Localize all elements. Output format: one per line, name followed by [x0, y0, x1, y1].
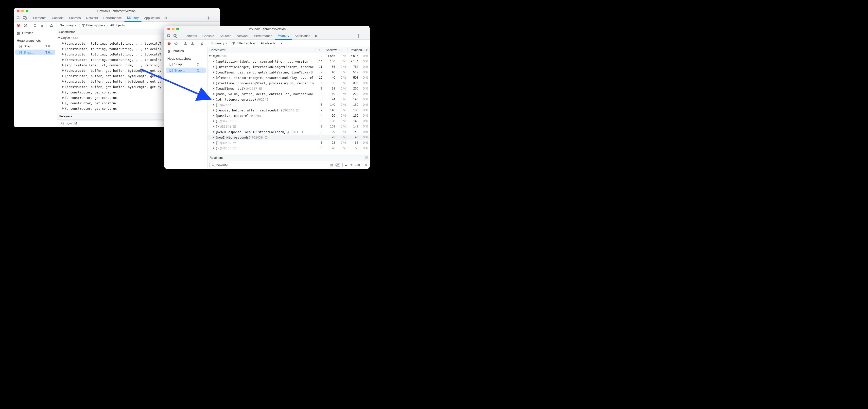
tab-console[interactable]: Console — [49, 14, 66, 22]
kebab-icon[interactable] — [212, 15, 218, 21]
profiles-sidebar: Profiles Heap snapshots Snap…(1.…Snap…(1… — [164, 47, 208, 169]
view-select[interactable]: Summary — [209, 40, 229, 46]
kebab-icon[interactable] — [362, 33, 368, 39]
record-icon[interactable] — [166, 40, 172, 47]
snapshot-item[interactable]: Snap…(1.… — [166, 61, 206, 67]
col-shallow[interactable]: Shallow Si… — [324, 47, 347, 53]
tab-elements[interactable]: Elements — [30, 14, 49, 22]
close-search-icon[interactable] — [364, 163, 368, 167]
snapshot-item[interactable]: Snap…(1.… — [166, 67, 206, 73]
tab-memory[interactable]: Memory — [124, 14, 142, 22]
search-bar: Aa 2 of 2 — [208, 161, 370, 169]
svg-point-20 — [365, 34, 365, 35]
heap-row[interactable]: {passive, capture} @622934200 %1600 % — [208, 113, 370, 118]
tab-network[interactable]: Network — [234, 32, 251, 40]
collect-garbage-icon[interactable] — [199, 40, 205, 47]
heap-row[interactable]: {element, timeToFirstByte, resourceLoadD… — [208, 75, 370, 80]
settings-icon[interactable] — [206, 15, 212, 21]
tab-sources[interactable]: Sources — [66, 14, 84, 22]
inspect-icon[interactable] — [15, 15, 22, 21]
svg-rect-18 — [176, 35, 177, 37]
devtools-tabbar: ElementsConsoleSourcesNetworkPerformance… — [164, 32, 370, 40]
class-filter[interactable]: Filter by class — [79, 23, 108, 28]
heap-row[interactable]: {} @3425331080 %1480 % — [208, 118, 370, 124]
svg-point-5 — [215, 18, 215, 18]
match-count: 2 of 2 — [355, 163, 362, 167]
zoom-dot[interactable] — [176, 28, 179, 30]
record-icon[interactable] — [15, 22, 22, 29]
object-group-row[interactable]: Object ×4521 5560 %6 6160 % — [208, 53, 370, 59]
heap-row[interactable]: {nowInMicroseconds} @620393280 %960 % — [208, 135, 370, 140]
class-filter[interactable]: Filter by class — [230, 41, 258, 46]
heap-row[interactable]: {loadTimes, csi} @497072280 %2600 % — [208, 86, 370, 91]
download-icon[interactable] — [189, 40, 196, 47]
tab-sources[interactable]: Sources — [217, 32, 234, 40]
col-retained[interactable]: Retained… — [347, 47, 370, 53]
device-icon[interactable] — [22, 15, 28, 21]
heap-row[interactable]: {loadTimes, csi, send, getVariableValue,… — [208, 69, 370, 75]
clear-icon[interactable] — [22, 22, 29, 29]
more-tabs-icon[interactable] — [313, 33, 319, 39]
tab-performance[interactable]: Performance — [251, 32, 275, 40]
traffic-lights[interactable] — [167, 28, 179, 30]
search-box[interactable]: Aa — [210, 162, 343, 168]
clear-icon[interactable] — [173, 40, 179, 47]
col-distance[interactable]: Di… — [315, 47, 324, 53]
col-constructor[interactable]: Constructor — [208, 47, 315, 53]
heap-row[interactable]: {remove, before, after, replaceWith} @62… — [208, 108, 370, 113]
collect-garbage-icon[interactable] — [48, 22, 55, 29]
tab-memory[interactable]: Memory — [275, 32, 292, 40]
svg-rect-2 — [25, 17, 26, 20]
heap-row[interactable]: {name, value, rating, delta, entries, id… — [208, 91, 370, 97]
window-icon — [300, 131, 303, 133]
heap-row[interactable]: {} @464553280 %680 % — [208, 145, 370, 151]
heap-row[interactable]: {interactionTarget, interactionTargetEle… — [208, 64, 370, 69]
svg-point-10 — [18, 32, 19, 33]
heap-row[interactable]: {webUIResponse, webUIListenerCallback} @… — [208, 129, 370, 135]
snapshot-item[interactable]: Snap…(1.6… — [15, 50, 55, 55]
tab-application[interactable]: Application — [292, 32, 313, 40]
upload-icon[interactable] — [32, 22, 38, 29]
heap-row[interactable]: {startTime, processingStart, processingE… — [208, 80, 370, 86]
next-match-icon[interactable] — [349, 163, 353, 167]
svg-point-19 — [358, 35, 359, 36]
heap-row[interactable]: {id, latency, entries} @623455240 %1960 … — [208, 97, 370, 102]
match-case-toggle[interactable]: Aa — [335, 164, 340, 167]
svg-point-6 — [215, 19, 215, 19]
search-icon — [61, 122, 64, 125]
tab-network[interactable]: Network — [84, 14, 101, 22]
scope-select[interactable]: All objects — [259, 40, 277, 46]
close-dot[interactable] — [167, 28, 170, 30]
download-icon[interactable] — [39, 22, 45, 29]
profiles-header: Profiles — [164, 47, 207, 55]
tab-console[interactable]: Console — [199, 32, 217, 40]
minimize-dot[interactable] — [172, 28, 175, 30]
memory-toolbar: Summary Filter by class All objects — [164, 40, 370, 47]
clear-search-icon[interactable] — [330, 163, 334, 167]
zoom-dot[interactable] — [26, 10, 28, 12]
upload-icon[interactable] — [182, 40, 189, 47]
retainers-menu-icon[interactable] — [365, 156, 368, 158]
close-dot[interactable] — [17, 10, 20, 12]
minimize-dot[interactable] — [21, 10, 24, 12]
heap-row[interactable]: {} @383993280 %680 % — [208, 140, 370, 145]
view-select-label: Summary — [60, 23, 74, 27]
tab-application[interactable]: Application — [142, 14, 163, 22]
snapshot-item[interactable]: Snap…(1.6… — [15, 43, 55, 49]
search-input[interactable] — [216, 163, 329, 167]
prev-match-icon[interactable] — [344, 163, 348, 167]
device-icon[interactable] — [172, 33, 179, 39]
settings-icon[interactable] — [355, 33, 362, 39]
tab-performance[interactable]: Performance — [100, 14, 124, 22]
view-select[interactable]: Summary — [58, 23, 79, 28]
heap-row[interactable]: {} @5354131080 %1480 % — [208, 124, 370, 129]
heap-row[interactable]: {application_label, cl, command_line, ..… — [208, 59, 370, 64]
scope-select[interactable]: All objects — [108, 23, 127, 28]
inspect-icon[interactable] — [166, 33, 172, 39]
scope-chevron-icon[interactable] — [278, 40, 285, 47]
heap-row[interactable]: {} @4266351400 %1800 % — [208, 102, 370, 108]
tab-elements[interactable]: Elements — [181, 32, 199, 40]
more-tabs-icon[interactable] — [162, 15, 169, 21]
traffic-lights[interactable] — [17, 10, 28, 12]
filter-icon — [82, 24, 85, 27]
